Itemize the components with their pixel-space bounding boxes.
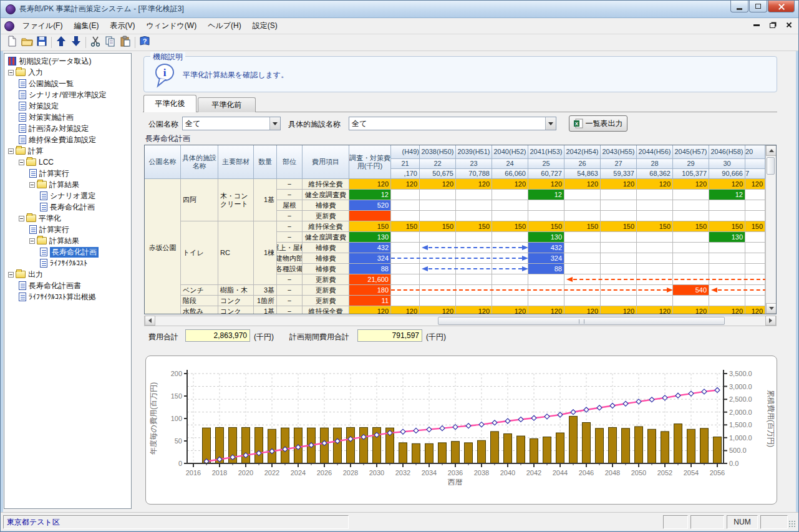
sidebar-item-2[interactable]: 公園施設一覧 (4, 78, 131, 89)
sidebar-item-18[interactable]: ﾗｲﾌｻｲｸﾙｺｽﾄ (4, 258, 131, 269)
expand-collapse-box[interactable] (19, 160, 24, 165)
move-down-button[interactable] (69, 36, 84, 50)
diamond-marker (545, 414, 550, 419)
facility-name-select[interactable]: 全て (349, 117, 556, 130)
cost-bar (648, 429, 656, 463)
sidebar-item-12[interactable]: シナリオ選定 (4, 190, 131, 201)
diamond-marker (505, 418, 510, 423)
period-total-unit: (千円) (426, 332, 446, 342)
diamond-marker (492, 420, 497, 425)
facility-dropdown-button[interactable] (545, 117, 556, 130)
help-button[interactable]: ? (137, 36, 152, 50)
minimize-button[interactable] (730, 1, 748, 12)
table-vertical-scrollbar[interactable] (765, 145, 776, 314)
export-list-button[interactable]: X 一覧表出力 (569, 115, 627, 132)
expand-collapse-box[interactable] (29, 238, 35, 244)
sidebar-item-label: 出力 (28, 269, 43, 280)
menu-item-4[interactable]: ヘルプ(H) (202, 18, 247, 34)
mdi-close-icon[interactable] (785, 22, 792, 29)
status-region: 東京都テスト区 (3, 515, 349, 529)
sidebar-item-7[interactable]: 維持保全費追加設定 (4, 134, 131, 145)
expand-collapse-box[interactable] (29, 182, 35, 188)
folder-icon (16, 69, 26, 76)
sidebar-item-3[interactable]: シナリオ/管理水準設定 (4, 89, 131, 100)
sidebar-item-19[interactable]: 出力 (4, 269, 131, 280)
paste-button[interactable] (118, 36, 133, 50)
menu-item-2[interactable]: 表示(V) (104, 18, 140, 34)
resize-grip[interactable] (788, 520, 796, 528)
x-tick-label: 2024 (291, 469, 306, 476)
menu-item-3[interactable]: ウィンドウ(W) (140, 18, 202, 34)
cost-item-cell: 維持保全費 (303, 306, 349, 314)
copy-button[interactable] (103, 36, 118, 50)
open-folder-button[interactable] (19, 36, 34, 50)
sidebar-item-6[interactable]: 計画済み対策設定 (4, 123, 131, 134)
year-value-cell: 120 (528, 306, 564, 314)
cut-button[interactable] (88, 36, 103, 50)
scroll-up-button[interactable] (766, 145, 777, 156)
year-header: 2044(H56) (637, 145, 673, 159)
year-value-cell (391, 274, 420, 285)
year-value-cell: 120 (745, 306, 765, 314)
move-up-button[interactable] (54, 36, 69, 50)
sidebar-item-14[interactable]: 平準化 (4, 213, 131, 224)
park-name-select[interactable]: 全て (182, 117, 281, 130)
year-value-cell (745, 200, 765, 211)
sidebar-item-20[interactable]: 長寿命化計画書 (4, 280, 131, 291)
year-value-cell (420, 200, 456, 211)
expand-collapse-box[interactable] (8, 70, 14, 75)
year-total: 68,362 (637, 169, 673, 179)
sidebar-item-1[interactable]: 入力 (4, 67, 131, 78)
tab-before-leveling[interactable]: 平準化前 (198, 97, 256, 112)
park-dropdown-button[interactable] (269, 117, 280, 130)
sidebar-item-9[interactable]: LCC (4, 157, 131, 168)
vertical-scroll-thumb[interactable] (767, 157, 775, 175)
toolbar-separator (51, 37, 52, 48)
year-index: 29 (673, 159, 709, 169)
year-header: 20 (745, 145, 765, 159)
x-tick-label: 2036 (448, 469, 463, 476)
table-horizontal-scrollbar[interactable] (144, 316, 777, 326)
sidebar-item-10[interactable]: 計算実行 (4, 168, 131, 179)
sidebar-item-4[interactable]: 対策設定 (4, 100, 131, 112)
expand-collapse-box[interactable] (19, 216, 24, 221)
mdi-minimize-icon[interactable] (753, 24, 760, 26)
year-value-cell: 150 (709, 221, 745, 232)
year-value-cell (601, 211, 637, 221)
expand-collapse-box[interactable] (8, 148, 14, 154)
sidebar-item-11[interactable]: 計算結果 (4, 179, 131, 190)
new-document-button[interactable] (4, 36, 19, 50)
diamond-marker (427, 427, 432, 432)
sidebar-item-13[interactable]: 長寿命化計画 (4, 201, 131, 213)
sidebar-item-16[interactable]: 計算結果 (4, 235, 131, 246)
year-value-cell (420, 274, 456, 285)
close-button[interactable] (768, 1, 795, 12)
menu-item-1[interactable]: 編集(E) (68, 18, 104, 34)
sidebar-item-0[interactable]: 初期設定(データ取込) (4, 56, 131, 67)
toolbar-separator (85, 37, 86, 48)
mdi-restore-icon[interactable] (770, 23, 775, 28)
sidebar-item-21[interactable]: ﾗｲﾌｻｲｸﾙｺｽﾄ算出根拠 (4, 291, 131, 302)
sidebar-item-8[interactable]: 計算 (4, 145, 131, 157)
year-value-cell: 130 (528, 232, 564, 243)
tab-after-leveling[interactable]: 平準化後 (143, 95, 196, 112)
sidebar-item-5[interactable]: 対策実施計画 (4, 112, 131, 123)
year-value-cell (528, 296, 564, 306)
sidebar-item-15[interactable]: 計算実行 (4, 224, 131, 235)
sidebar-item-17[interactable]: 長寿命化計画 (4, 246, 131, 258)
maximize-button[interactable] (749, 1, 767, 12)
year-value-cell (420, 190, 456, 200)
x-tick-label: 2020 (238, 469, 253, 476)
expand-collapse-box[interactable] (8, 272, 14, 278)
scroll-down-button[interactable] (766, 303, 777, 314)
horizontal-scroll-thumb[interactable] (438, 317, 725, 325)
scroll-right-button[interactable] (765, 316, 776, 326)
save-button[interactable] (34, 36, 49, 50)
paste-icon (120, 36, 131, 49)
document-icon (19, 281, 26, 290)
year-total: 60,727 (528, 169, 564, 179)
scroll-left-button[interactable] (145, 316, 155, 326)
menu-item-0[interactable]: ファイル(F) (17, 18, 68, 34)
cost-bar (609, 427, 617, 463)
menu-item-5[interactable]: 設定(S) (247, 18, 283, 34)
